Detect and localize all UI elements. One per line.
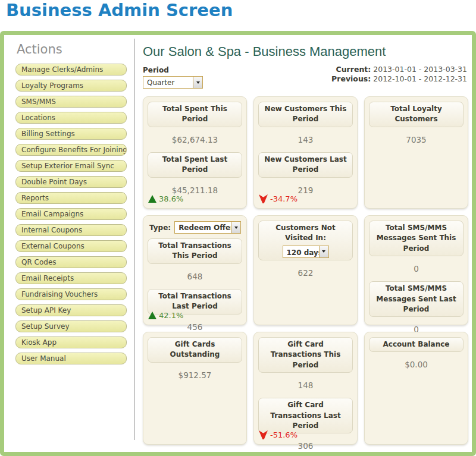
stat-value-total-spent-last: $45,211.18: [148, 185, 242, 195]
transaction-type-value: Redeem Offer: [175, 222, 231, 233]
stat-header-sms-this: Total SMS/MMS Messages Sent This Period: [369, 221, 464, 256]
card-sms-messages: Total SMS/MMS Messages Sent This Period …: [364, 215, 468, 325]
sidebar-item-qr-codes[interactable]: QR Codes: [15, 256, 127, 268]
stat-value-transactions-this: 648: [148, 272, 242, 281]
sidebar-nav: Manage Clerks/Admins Loyalty Programs SM…: [15, 64, 135, 364]
stat-header-total-spent-last: Total Spent Last Period: [148, 152, 242, 178]
sidebar-item-external-coupons[interactable]: External Coupons: [15, 240, 127, 252]
transaction-type-select[interactable]: Redeem Offer: [174, 221, 241, 234]
stat-value-transactions-last: 456: [148, 322, 242, 332]
stat-value-total-spent-this: $62,674.13: [148, 135, 242, 144]
not-visited-label: Customers Not Visited In:: [261, 223, 350, 244]
period-select-button[interactable]: [193, 77, 202, 88]
content-frame: Actions Manage Clerks/Admins Loyalty Pro…: [0, 31, 476, 456]
trend-indicator: -34.7%: [259, 194, 298, 203]
stats-grid: Total Spent This Period $62,674.13 Total…: [143, 96, 468, 445]
trend-value: 38.6%: [159, 194, 183, 203]
stat-header-loyalty-customers: Total Loyalty Customers: [369, 102, 464, 127]
days-select-button[interactable]: [319, 246, 328, 257]
trend-value: -51.6%: [270, 430, 298, 439]
sidebar-item-setup-survey[interactable]: Setup Survey: [15, 320, 127, 332]
stat-value-loyalty-customers: 7035: [369, 135, 464, 144]
sidebar-item-double-point-days[interactable]: Double Point Days: [15, 176, 127, 188]
page-title: Business Admin Screen: [6, 0, 233, 20]
days-select-value: 120 days: [283, 246, 319, 257]
transaction-type-button[interactable]: [231, 222, 240, 233]
stat-value-gift-outstanding: $912.57: [148, 370, 242, 380]
trend-up-icon: [148, 312, 156, 319]
sidebar-item-internal-coupons[interactable]: Internal Coupons: [15, 224, 127, 236]
stat-header-account-balance: Account Balance: [369, 337, 464, 352]
sidebar-item-user-manual[interactable]: User Manual: [15, 353, 127, 364]
sidebar-item-email-campaigns[interactable]: Email Campaigns: [15, 208, 127, 220]
sidebar-item-loyalty-programs[interactable]: Loyalty Programs: [15, 80, 127, 92]
trend-indicator: -51.6%: [259, 430, 298, 439]
card-total-spent: Total Spent This Period $62,674.13 Total…: [143, 96, 247, 209]
sidebar-item-locations[interactable]: Locations: [15, 112, 127, 124]
trend-down-icon: [259, 430, 268, 439]
sidebar-item-email-receipts[interactable]: Email Receipts: [15, 272, 127, 284]
stat-value-sms-this: 0: [369, 264, 464, 273]
sidebar-item-sms-mms[interactable]: SMS/MMS: [15, 96, 127, 108]
sidebar-item-kiosk-app[interactable]: Kiosk App: [15, 337, 127, 348]
stat-value-gift-transactions-this: 148: [258, 380, 353, 390]
stat-header-gift-transactions-last: Gift Card Transactions Last Period: [258, 398, 353, 433]
sidebar-item-reports[interactable]: Reports: [15, 192, 127, 204]
current-value: 2013-01-01 - 2013-03-31: [373, 65, 467, 74]
stat-value-not-visited: 622: [258, 268, 353, 278]
days-select-wrap: 120 days: [261, 246, 350, 258]
card-gift-transactions: Gift Card Transactions This Period 148 G…: [253, 332, 358, 445]
previous-range: Previous: 2012-10-01 - 2012-12-31: [331, 74, 467, 84]
trend-value: -34.7%: [270, 194, 298, 203]
stat-header-gift-transactions-this: Gift Card Transactions This Period: [258, 337, 353, 373]
sidebar-heading: Actions: [17, 42, 135, 56]
trend-up-icon: [148, 195, 156, 203]
card-not-visited: Customers Not Visited In: 120 days 622: [253, 215, 358, 325]
transaction-type-row: Type: Redeem Offer: [149, 221, 242, 234]
business-heading: Our Salon & Spa - Business Management: [143, 44, 468, 59]
stat-header-not-visited: Customers Not Visited In: 120 days: [258, 221, 353, 260]
sidebar-item-exterior-email-sync[interactable]: Setup Exterior Email Sync: [15, 160, 127, 172]
stat-header-new-customers-last: New Customers Last Period: [258, 152, 353, 178]
date-ranges: Current: 2013-01-01 - 2013-03-31 Previou…: [331, 65, 467, 84]
sidebar: Actions Manage Clerks/Admins Loyalty Pro…: [4, 35, 135, 452]
current-range: Current: 2013-01-01 - 2013-03-31: [331, 65, 467, 74]
chevron-down-icon: [196, 81, 200, 84]
type-label: Type:: [149, 224, 171, 232]
stat-value-new-customers-this: 143: [258, 135, 353, 144]
stat-header-new-customers-this: New Customers This Period: [258, 102, 353, 127]
stat-header-transactions-this: Total Transactions This Period: [148, 238, 242, 264]
sidebar-item-configure-benefits[interactable]: Configure Benefits For Joining: [15, 144, 127, 156]
period-select[interactable]: Quarter: [143, 76, 203, 89]
stat-value-gift-transactions-last: 306: [258, 441, 353, 451]
days-select[interactable]: 120 days: [283, 246, 329, 258]
card-new-customers: New Customers This Period 143 New Custom…: [253, 96, 358, 209]
stat-value-new-customers-last: 219: [258, 185, 353, 195]
trend-indicator: 38.6%: [148, 194, 183, 203]
period-select-value: Quarter: [143, 77, 193, 88]
stat-header-gift-outstanding: Gift Cards Outstanding: [148, 337, 242, 363]
card-gift-outstanding: Gift Cards Outstanding $912.57: [143, 332, 247, 445]
stat-header-sms-last: Total SMS/MMS Messages Sent Last Period: [369, 281, 464, 317]
card-loyalty-customers: Total Loyalty Customers 7035: [364, 96, 468, 209]
sidebar-item-fundraising-vouchers[interactable]: Fundraising Vouchers: [15, 288, 127, 300]
stat-header-total-spent-this: Total Spent This Period: [148, 102, 242, 127]
chevron-down-icon: [234, 227, 238, 229]
chevron-down-icon: [322, 250, 325, 253]
card-account-balance: Account Balance $0.00: [364, 332, 468, 445]
previous-value: 2012-10-01 - 2012-12-31: [373, 74, 467, 83]
main-panel: Our Salon & Spa - Business Management Pe…: [135, 35, 475, 452]
trend-down-icon: [259, 194, 268, 203]
trend-value: 42.1%: [159, 311, 183, 320]
previous-label: Previous:: [331, 74, 371, 83]
stat-value-account-balance: $0.00: [369, 360, 464, 369]
sidebar-item-setup-api-key[interactable]: Setup API Key: [15, 304, 127, 316]
sidebar-item-billing-settings[interactable]: Billing Settings: [15, 128, 127, 140]
current-label: Current:: [336, 65, 371, 74]
card-transactions: Type: Redeem Offer Total Transactions Th…: [143, 215, 247, 325]
sidebar-item-manage-clerks-admins[interactable]: Manage Clerks/Admins: [15, 64, 127, 76]
trend-indicator: 42.1%: [148, 311, 183, 320]
